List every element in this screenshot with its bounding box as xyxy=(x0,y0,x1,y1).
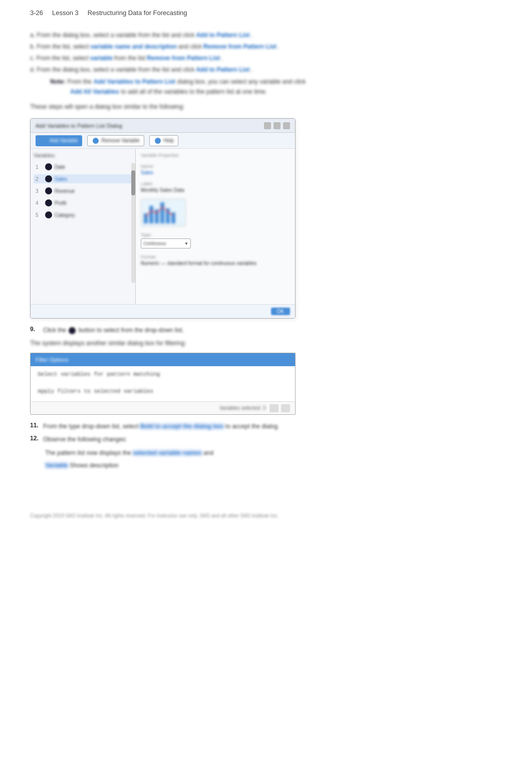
type-dropdown[interactable]: Continuous ▼ xyxy=(141,238,191,248)
note-row: Note: From the Add Variables to Pattern … xyxy=(50,77,502,96)
item-icon-3 xyxy=(45,187,52,194)
item-icon-5 xyxy=(45,211,52,218)
para-b-suffix: . xyxy=(278,42,280,51)
para-b-mid: and click xyxy=(178,42,202,51)
step-9-num: 9. xyxy=(30,326,40,333)
note-highlight3: Add All Variables xyxy=(70,87,119,96)
para-d-highlight: Add to Pattern List xyxy=(196,65,249,74)
type-dropdown-text: Continuous xyxy=(143,241,166,246)
list-item: 4 Profit xyxy=(34,198,132,207)
code-box-body: Select variables for pattern matching Ap… xyxy=(31,366,295,401)
help-label: Help xyxy=(164,138,174,143)
add-variable-label: Add Variable xyxy=(50,138,78,143)
para-d-prefix: d. From the dialog box, select a variabl… xyxy=(30,65,194,74)
label-section: Label: Monthly Sales Data xyxy=(141,181,290,193)
sub-step-b-text: Variable Shows description xyxy=(45,462,119,469)
para-line-c: c. From the list, select variable from t… xyxy=(30,54,502,63)
dialog-right-panel: Variable Properties Name: Sales Label: M… xyxy=(136,149,295,304)
para-b-prefix: b. From the list, select xyxy=(30,42,89,51)
var-props-section: Variable Properties xyxy=(141,153,290,158)
para-line-b: b. From the list, select variable name a… xyxy=(30,42,502,51)
caption-text: These steps will open a dialog box simil… xyxy=(30,102,184,111)
dialog-screenshot: Add Variables to Pattern List Dialog Add… xyxy=(30,118,296,319)
step-11-row: 11. From the type drop-down list, select… xyxy=(30,422,502,431)
item-icon-2 xyxy=(45,175,52,182)
remove-variable-button[interactable]: Remove Variable xyxy=(87,135,144,146)
chevron-down-icon: ▼ xyxy=(184,241,188,246)
note-label: Note: xyxy=(50,77,66,86)
para-d-suffix: . xyxy=(251,65,253,74)
format-section xyxy=(141,199,290,226)
scrollbar-track[interactable] xyxy=(131,163,135,283)
note-text1: From the xyxy=(68,77,92,86)
sub-step-a: The pattern list now displays the select… xyxy=(45,448,502,457)
para-line-a: a. From the dialog box, select a variabl… xyxy=(30,31,502,40)
note-highlight1: Add Variables to Pattern List xyxy=(94,77,175,86)
label-value: Monthly Sales Data xyxy=(141,187,290,193)
name-value: Sales xyxy=(141,170,290,175)
code-box-footer: Variables selected: 3 xyxy=(31,401,295,414)
sub-step-a-highlight: selected variable names xyxy=(133,449,202,456)
remove-icon xyxy=(93,138,99,144)
step-11-content: From the type drop-down list, select Bol… xyxy=(43,422,502,431)
type-section: Type: Continuous ▼ xyxy=(141,232,290,248)
help-button[interactable]: Help xyxy=(149,135,179,146)
name-label: Name: xyxy=(141,164,290,169)
step-12-row: 12. Observe the following changes: xyxy=(30,435,502,444)
close-icon xyxy=(283,122,290,129)
nav-next-icon[interactable] xyxy=(281,404,290,412)
code-line-2: Apply filters to selected variables xyxy=(38,388,288,394)
name-section: Name: Sales xyxy=(141,164,290,175)
list-item: 3 Revenue xyxy=(34,186,132,195)
add-variable-button[interactable]: Add Variable xyxy=(36,135,82,146)
code-box: Filter Options Select variables for patt… xyxy=(30,353,296,415)
step-11-num: 11. xyxy=(30,422,40,429)
nav-prev-icon[interactable] xyxy=(270,404,279,412)
code-box-header: Filter Options xyxy=(31,353,295,366)
chart-preview xyxy=(141,199,186,226)
type-label: Type: xyxy=(141,232,290,237)
format-section2: Format: Numeric — standard format for co… xyxy=(141,254,290,266)
para-line-d: d. From the dialog box, select a variabl… xyxy=(30,65,502,74)
dialog-controls xyxy=(264,122,290,129)
para-b-highlight2: Remove from Pattern List xyxy=(203,42,277,51)
para-a-suffix: . xyxy=(251,31,253,40)
sub-step-a-text: The pattern list now displays the select… xyxy=(45,449,213,456)
note-text2: dialog box, you can select any variable … xyxy=(177,77,306,86)
format-label: Format: xyxy=(141,254,290,259)
dialog-titlebar: Add Variables to Pattern List Dialog xyxy=(31,119,295,133)
para-b-highlight1: variable name and description xyxy=(90,42,177,51)
code-footer-buttons xyxy=(270,404,290,412)
para-c-highlight1: variable xyxy=(90,54,113,63)
dialog-toolbar: Add Variable Remove Variable Help xyxy=(31,133,295,149)
lesson-label: Lesson 3 xyxy=(52,9,79,17)
lesson-title: Restructuring Data for Forecasting xyxy=(88,9,187,17)
format-value: Numeric — standard format for continuous… xyxy=(141,260,290,266)
list-item: 1 Date xyxy=(34,162,132,171)
copyright-text: Copyright 2019 SAS Institute Inc. All ri… xyxy=(30,513,279,518)
list-item: 5 Category xyxy=(34,210,132,219)
dialog-body: Variables: 1 Date 2 Sales 3 xyxy=(31,149,295,304)
copyright-footer: Copyright 2019 SAS Institute Inc. All ri… xyxy=(0,508,532,524)
note-text4: to add all of the variables to the patte… xyxy=(121,87,268,96)
page-header: 3-26 Lesson 3 Restructuring Data for For… xyxy=(0,0,532,22)
left-header-label: Variables: xyxy=(34,153,56,158)
scrollbar-thumb[interactable] xyxy=(131,170,135,195)
para-c-mid: from the list xyxy=(114,54,145,63)
step-12-num: 12. xyxy=(30,435,40,442)
para-a-prefix: a. From the dialog box, select a variabl… xyxy=(30,31,194,40)
maximize-icon xyxy=(274,122,281,129)
ok-button[interactable]: OK xyxy=(271,308,290,315)
step-10-caption: The system displays another similar dial… xyxy=(30,339,502,348)
dialog-title: Add Variables to Pattern List Dialog xyxy=(36,123,122,129)
step-11-highlight: Bold to accept the dialog box xyxy=(140,423,223,430)
var-props-label: Variable Properties xyxy=(141,153,290,158)
para-c-suffix: . xyxy=(221,54,223,63)
step-12-content: Observe the following changes: xyxy=(43,435,502,444)
step-10-text: The system displays another similar dial… xyxy=(30,339,186,348)
minimize-icon xyxy=(264,122,271,129)
screenshot-caption: These steps will open a dialog box simil… xyxy=(30,102,502,111)
sub-step-b: Variable Shows description xyxy=(45,460,502,470)
content-area: a. From the dialog box, select a variabl… xyxy=(0,22,532,488)
step-9-content: Click the button to select from the drop… xyxy=(43,326,502,335)
